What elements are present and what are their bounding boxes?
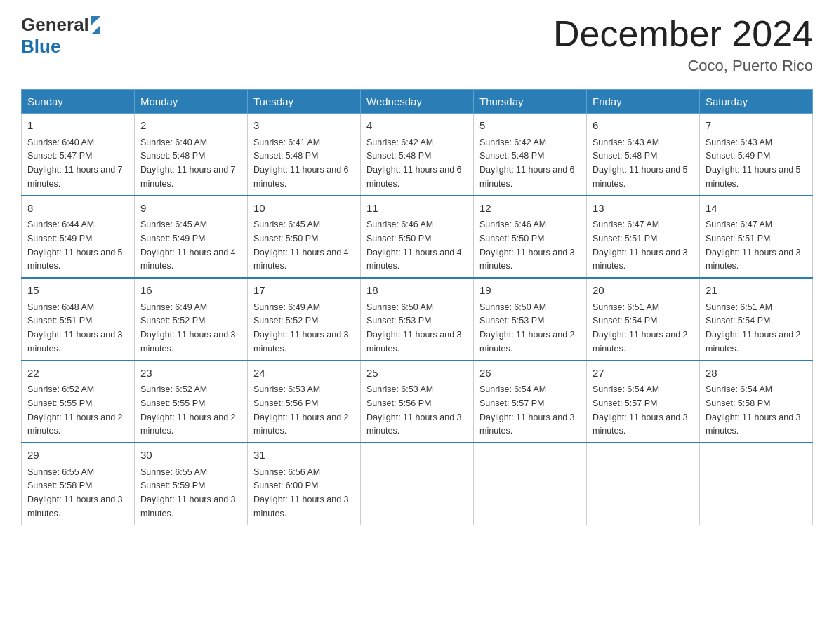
day-cell: 15 Sunrise: 6:48 AMSunset: 5:51 PMDaylig…: [22, 278, 135, 361]
day-number: 27: [593, 365, 694, 382]
logo-blue: Blue: [21, 36, 60, 58]
day-info: Sunrise: 6:47 AMSunset: 5:51 PMDaylight:…: [706, 220, 801, 271]
logo: General Blue: [21, 14, 100, 58]
header-monday: Monday: [135, 90, 248, 114]
header-wednesday: Wednesday: [361, 90, 474, 114]
day-cell: 19 Sunrise: 6:50 AMSunset: 5:53 PMDaylig…: [474, 278, 587, 361]
day-info: Sunrise: 6:52 AMSunset: 5:55 PMDaylight:…: [27, 384, 123, 436]
day-cell: 13 Sunrise: 6:47 AMSunset: 5:51 PMDaylig…: [587, 196, 700, 279]
header-sunday: Sunday: [22, 90, 135, 114]
day-cell: [361, 443, 474, 525]
day-info: Sunrise: 6:55 AMSunset: 5:59 PMDaylight:…: [140, 467, 236, 518]
day-number: 20: [593, 283, 694, 299]
day-number: 17: [253, 283, 355, 299]
day-number: 5: [479, 118, 581, 134]
day-number: 22: [27, 365, 128, 382]
day-cell: 11 Sunrise: 6:46 AMSunset: 5:50 PMDaylig…: [361, 196, 474, 279]
logo-general: General: [21, 14, 89, 36]
week-row-5: 29 Sunrise: 6:55 AMSunset: 5:58 PMDaylig…: [22, 443, 813, 525]
calendar-table: SundayMondayTuesdayWednesdayThursdayFrid…: [21, 89, 813, 525]
page-subtitle: Coco, Puerto Rico: [553, 57, 813, 75]
day-number: 26: [479, 365, 581, 382]
calendar-header: SundayMondayTuesdayWednesdayThursdayFrid…: [22, 90, 813, 114]
day-cell: 16 Sunrise: 6:49 AMSunset: 5:52 PMDaylig…: [135, 278, 248, 361]
day-number: 19: [479, 283, 581, 299]
day-info: Sunrise: 6:46 AMSunset: 5:50 PMDaylight:…: [366, 220, 462, 271]
day-info: Sunrise: 6:47 AMSunset: 5:51 PMDaylight:…: [593, 220, 688, 271]
day-cell: 20 Sunrise: 6:51 AMSunset: 5:54 PMDaylig…: [587, 278, 700, 361]
day-number: 31: [253, 448, 355, 464]
day-cell: 8 Sunrise: 6:44 AMSunset: 5:49 PMDayligh…: [22, 196, 135, 279]
day-number: 6: [593, 118, 694, 134]
logo-icon: General Blue: [21, 14, 100, 58]
day-info: Sunrise: 6:48 AMSunset: 5:51 PMDaylight:…: [27, 302, 123, 354]
day-cell: 14 Sunrise: 6:47 AMSunset: 5:51 PMDaylig…: [700, 196, 813, 279]
day-info: Sunrise: 6:46 AMSunset: 5:50 PMDaylight:…: [479, 220, 575, 271]
day-cell: 22 Sunrise: 6:52 AMSunset: 5:55 PMDaylig…: [22, 361, 135, 443]
day-number: 15: [27, 283, 128, 299]
day-number: 21: [706, 283, 807, 299]
title-block: December 2024 Coco, Puerto Rico: [553, 14, 813, 75]
day-number: 11: [366, 201, 468, 217]
day-cell: 27 Sunrise: 6:54 AMSunset: 5:57 PMDaylig…: [587, 361, 700, 443]
day-number: 23: [140, 365, 241, 382]
day-info: Sunrise: 6:52 AMSunset: 5:55 PMDaylight:…: [140, 384, 236, 436]
day-cell: 4 Sunrise: 6:42 AMSunset: 5:48 PMDayligh…: [361, 114, 474, 196]
day-number: 14: [706, 201, 807, 217]
day-cell: 7 Sunrise: 6:43 AMSunset: 5:49 PMDayligh…: [700, 114, 813, 196]
day-info: Sunrise: 6:54 AMSunset: 5:57 PMDaylight:…: [479, 384, 575, 436]
day-info: Sunrise: 6:53 AMSunset: 5:56 PMDaylight:…: [253, 384, 349, 436]
day-cell: [700, 443, 813, 525]
day-cell: 9 Sunrise: 6:45 AMSunset: 5:49 PMDayligh…: [135, 196, 248, 279]
day-info: Sunrise: 6:56 AMSunset: 6:00 PMDaylight:…: [253, 467, 349, 518]
day-number: 18: [366, 283, 468, 299]
day-info: Sunrise: 6:53 AMSunset: 5:56 PMDaylight:…: [366, 384, 462, 436]
day-info: Sunrise: 6:54 AMSunset: 5:58 PMDaylight:…: [706, 384, 801, 436]
day-number: 30: [140, 448, 241, 464]
day-number: 7: [706, 118, 807, 134]
day-cell: 28 Sunrise: 6:54 AMSunset: 5:58 PMDaylig…: [700, 361, 813, 443]
day-number: 3: [253, 118, 355, 134]
day-info: Sunrise: 6:45 AMSunset: 5:50 PMDaylight:…: [253, 220, 349, 271]
day-cell: 6 Sunrise: 6:43 AMSunset: 5:48 PMDayligh…: [587, 114, 700, 196]
day-cell: 3 Sunrise: 6:41 AMSunset: 5:48 PMDayligh…: [248, 114, 361, 196]
day-cell: 1 Sunrise: 6:40 AMSunset: 5:47 PMDayligh…: [22, 114, 135, 196]
day-info: Sunrise: 6:54 AMSunset: 5:57 PMDaylight:…: [593, 384, 688, 436]
day-info: Sunrise: 6:40 AMSunset: 5:47 PMDaylight:…: [27, 137, 123, 189]
day-cell: 23 Sunrise: 6:52 AMSunset: 5:55 PMDaylig…: [135, 361, 248, 443]
day-number: 1: [27, 118, 128, 134]
header-thursday: Thursday: [474, 90, 587, 114]
page-header: General Blue December 2024 Coco, Puerto …: [21, 14, 813, 75]
day-info: Sunrise: 6:42 AMSunset: 5:48 PMDaylight:…: [479, 137, 575, 189]
day-info: Sunrise: 6:49 AMSunset: 5:52 PMDaylight:…: [140, 302, 236, 354]
page-title: December 2024: [553, 14, 813, 54]
calendar-body: 1 Sunrise: 6:40 AMSunset: 5:47 PMDayligh…: [22, 114, 813, 525]
day-info: Sunrise: 6:51 AMSunset: 5:54 PMDaylight:…: [593, 302, 688, 354]
day-info: Sunrise: 6:50 AMSunset: 5:53 PMDaylight:…: [366, 302, 462, 354]
day-number: 13: [593, 201, 694, 217]
day-cell: 12 Sunrise: 6:46 AMSunset: 5:50 PMDaylig…: [474, 196, 587, 279]
day-cell: 30 Sunrise: 6:55 AMSunset: 5:59 PMDaylig…: [135, 443, 248, 525]
header-row: SundayMondayTuesdayWednesdayThursdayFrid…: [22, 90, 813, 114]
day-info: Sunrise: 6:43 AMSunset: 5:48 PMDaylight:…: [593, 137, 688, 189]
day-cell: 25 Sunrise: 6:53 AMSunset: 5:56 PMDaylig…: [361, 361, 474, 443]
header-tuesday: Tuesday: [248, 90, 361, 114]
day-number: 28: [706, 365, 807, 382]
day-cell: 17 Sunrise: 6:49 AMSunset: 5:52 PMDaylig…: [248, 278, 361, 361]
day-number: 25: [366, 365, 468, 382]
day-info: Sunrise: 6:55 AMSunset: 5:58 PMDaylight:…: [27, 467, 123, 518]
day-cell: 18 Sunrise: 6:50 AMSunset: 5:53 PMDaylig…: [361, 278, 474, 361]
day-info: Sunrise: 6:49 AMSunset: 5:52 PMDaylight:…: [253, 302, 349, 354]
header-saturday: Saturday: [700, 90, 813, 114]
day-number: 29: [27, 448, 128, 464]
day-number: 8: [27, 201, 128, 217]
day-cell: 24 Sunrise: 6:53 AMSunset: 5:56 PMDaylig…: [248, 361, 361, 443]
day-cell: 2 Sunrise: 6:40 AMSunset: 5:48 PMDayligh…: [135, 114, 248, 196]
day-info: Sunrise: 6:40 AMSunset: 5:48 PMDaylight:…: [140, 137, 236, 189]
day-cell: 5 Sunrise: 6:42 AMSunset: 5:48 PMDayligh…: [474, 114, 587, 196]
day-info: Sunrise: 6:43 AMSunset: 5:49 PMDaylight:…: [706, 137, 801, 189]
day-number: 4: [366, 118, 468, 134]
day-cell: [587, 443, 700, 525]
day-cell: 31 Sunrise: 6:56 AMSunset: 6:00 PMDaylig…: [248, 443, 361, 525]
day-cell: 26 Sunrise: 6:54 AMSunset: 5:57 PMDaylig…: [474, 361, 587, 443]
